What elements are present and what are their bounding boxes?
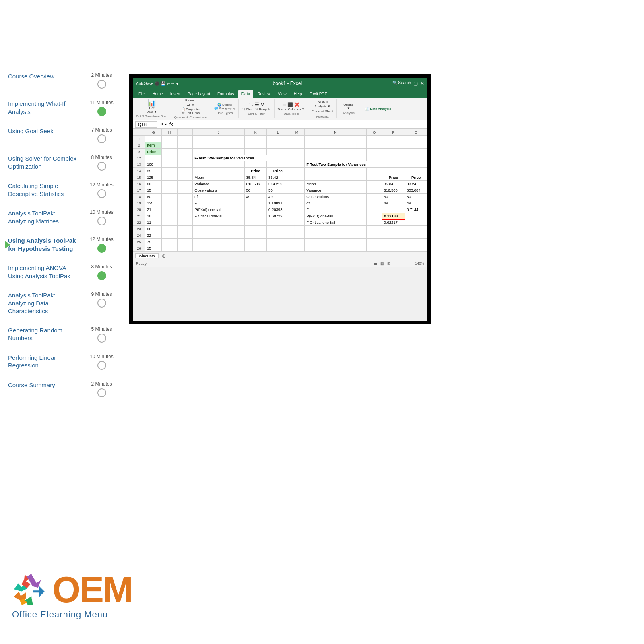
tab-home[interactable]: Home [149,90,166,98]
table-row: 17 15Observations5050Variance616.506803.… [133,187,427,194]
svg-marker-0 [27,573,43,590]
sidebar-item-anova[interactable]: Implementing ANOVA Using Analysis ToolPa… [8,264,117,280]
window-controls: 🔍 Search ▢ ✕ [392,80,424,86]
ribbon-group-queries: Refresh All ▼ 📋 Properties ✏ Edit Links … [174,99,211,118]
col-q[interactable]: Q [405,129,427,136]
sidebar-item-characteristics[interactable]: Analysis ToolPak: Analyzing Data Charact… [8,291,117,315]
col-h[interactable]: H [162,129,177,136]
tab-insert[interactable]: Insert [167,90,184,98]
table-row: 19 125F1.19891df4949 [133,200,427,206]
oem-logo-icon [12,573,46,607]
course-title-matrices: Analysis ToolPak: Analyzing Matrices [8,209,83,225]
course-status-regression [97,361,106,370]
tab-view[interactable]: View [275,90,290,98]
col-n[interactable]: N [305,129,367,136]
course-title-regression: Performing Linear Regression [8,354,83,369]
col-j[interactable]: J [193,129,244,136]
table-row: 2 Item [133,142,427,149]
col-k[interactable]: K [244,129,267,136]
course-minutes-solver: 8 Minutes [91,155,112,160]
col-g[interactable]: G [145,129,162,136]
table-row: 13 100F-Test Two-Sample for Variances [133,161,427,168]
zoom-slider[interactable]: ─────── [394,262,412,266]
tab-help[interactable]: Help [291,90,305,98]
col-p[interactable]: P [382,129,405,136]
sidebar-item-hypothesis[interactable]: Using Analysis ToolPak for Hypothesis Te… [8,237,117,253]
sidebar-item-solver[interactable]: Using Solver for Complex Optimization8 M… [8,155,117,171]
tab-file[interactable]: File [135,90,148,98]
course-minutes-hypothesis: 12 Minutes [90,237,114,242]
view-controls: ☰ ▦ ⊞ ─────── 140% [374,262,424,266]
excel-title: book1 - Excel [182,80,392,86]
excel-statusbar: Ready ☰ ▦ ⊞ ─────── 140% [133,260,427,267]
tab-foxit[interactable]: Foxit PDF [306,90,330,98]
course-sidebar: Course Overview2 MinutesImplementing Wha… [0,72,125,409]
cell-reference[interactable]: Q18 [135,121,157,128]
ribbon-group-get-data: 📊 Get Data ▼ Get & Transform Data [136,99,171,118]
table-row: 16 60Variance616.506514.219Mean35.8433.2… [133,181,427,187]
course-minutes-goal-seek: 7 Minutes [91,127,112,133]
tab-data[interactable]: Data [238,90,254,98]
tab-formulas[interactable]: Formulas [214,90,237,98]
svg-marker-1 [33,586,45,597]
course-title-characteristics: Analysis ToolPak: Analyzing Data Charact… [8,291,83,315]
data-analysis-btn[interactable]: 📊 Data Analysis [365,107,391,111]
excel-ribbon: 📊 Get Data ▼ Get & Transform Data Refres… [133,98,427,120]
page-break-btn[interactable]: ⊞ [387,262,390,266]
course-minutes-characteristics: 9 Minutes [91,291,112,297]
row-header-col [133,129,145,136]
table-row: 26 15 [133,245,427,252]
course-minutes-summary: 2 Minutes [91,381,112,387]
col-o[interactable]: O [367,129,382,136]
active-indicator [5,241,10,249]
sheet-tab-winedata[interactable]: WineData [135,253,159,258]
excel-tab-bar: File Home Insert Page Layout Formulas Da… [133,89,427,98]
table-row: 15 125Mean35.8436.42PricePrice [133,174,427,181]
tab-review[interactable]: Review [254,90,274,98]
course-minutes-what-if: 11 Minutes [90,100,114,105]
course-title-course-overview: Course Overview [8,72,83,80]
course-title-hypothesis: Using Analysis ToolPak for Hypothesis Te… [8,237,83,252]
course-status-solver [97,162,106,171]
sidebar-item-course-overview[interactable]: Course Overview2 Minutes [8,72,117,89]
svg-marker-4 [14,591,26,600]
ribbon-group-forecast: What-If Analysis ▼ Forecast Sheet Foreca… [312,99,337,118]
course-title-descriptive: Calculating Simple Descriptive Statistic… [8,182,83,198]
zoom-level: 140% [415,262,424,266]
tab-pagelayout[interactable]: Page Layout [184,90,213,98]
sidebar-item-random[interactable]: Generating Random Numbers5 Minutes [8,326,117,343]
excel-screenshot: AutoSave ⚫ 💾 ↩ ↪ ▼ book1 - Excel 🔍 Searc… [129,74,431,324]
col-l[interactable]: L [267,129,289,136]
sheet-tabs: WineData ⊕ [133,252,427,260]
table-row: 23 66 [133,226,427,232]
sidebar-item-summary[interactable]: Course Summary2 Minutes [8,381,117,397]
col-i[interactable]: I [177,129,192,136]
add-sheet-btn[interactable]: ⊕ [162,253,166,259]
sidebar-item-regression[interactable]: Performing Linear Regression10 Minutes [8,354,117,370]
ribbon-group-analysis: Outline ▼ Analysis [340,99,360,118]
table-row: 24 22 [133,232,427,239]
course-status-characteristics [97,299,106,308]
ribbon-group-sort: ↑↓☰∇ ↑↑ Clear↻ Reapply Sort & Filter [242,99,275,118]
course-minutes-anova: 8 Minutes [91,264,112,270]
course-status-course-overview [97,80,106,89]
course-minutes-random: 5 Minutes [91,326,112,332]
get-data-icon: 📊 [148,100,156,106]
table-row: 14 85PricePrice [133,168,427,174]
logo-subtitle: Office Elearning Menu [12,609,108,620]
status-ready: Ready [136,262,147,266]
course-status-summary [97,388,106,397]
sidebar-item-what-if[interactable]: Implementing What-If Analysis11 Minutes [8,100,117,116]
sidebar-item-goal-seek[interactable]: Using Goal Seek7 Minutes [8,127,117,143]
course-title-what-if: Implementing What-If Analysis [8,100,83,116]
sidebar-item-matrices[interactable]: Analysis ToolPak: Analyzing Matrices10 M… [8,209,117,225]
table-row: 12 F-Test Two-Sample for Variances [133,155,427,161]
page-layout-btn[interactable]: ▦ [380,262,384,266]
normal-view-btn[interactable]: ☰ [374,262,377,266]
sidebar-item-descriptive[interactable]: Calculating Simple Descriptive Statistic… [8,182,117,198]
table-row: 25 75 [133,239,427,245]
course-title-goal-seek: Using Goal Seek [8,127,83,135]
col-m[interactable]: M [289,129,304,136]
course-minutes-descriptive: 12 Minutes [90,182,114,188]
course-status-random [97,334,106,343]
